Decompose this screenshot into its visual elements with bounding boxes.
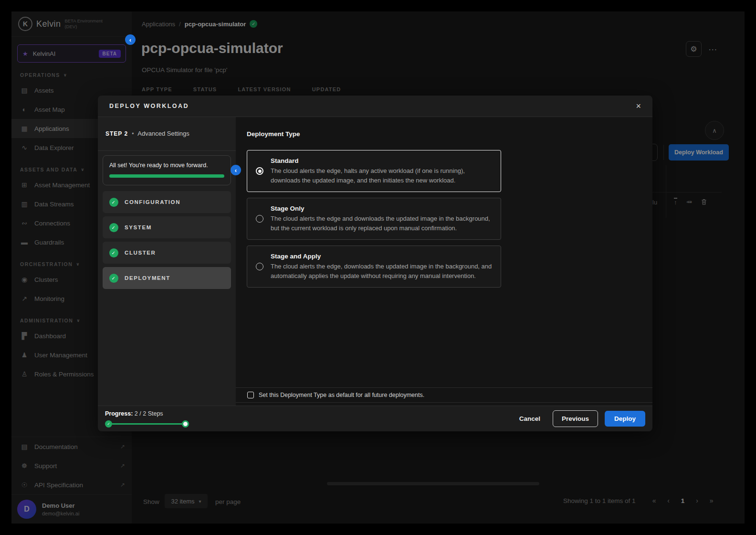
wizard-step-deployment[interactable]: ✓ DEPLOYMENT (103, 267, 231, 289)
option-standard[interactable]: Standard The cloud alerts the edge, halt… (247, 150, 501, 192)
option-stage-and-apply[interactable]: Stage and Apply The cloud alerts the edg… (247, 246, 501, 288)
deployment-type-title: Deployment Type (247, 130, 652, 138)
progress-block: Progress: 2 / 2 Steps ✓ (105, 410, 189, 428)
option-description: The cloud alerts the edge, downloads the… (271, 262, 492, 280)
previous-button[interactable]: Previous (553, 410, 598, 427)
chevron-left-icon: ‹ (129, 36, 131, 43)
progress-value: 2 / 2 Steps (135, 410, 163, 417)
close-icon[interactable]: × (636, 102, 641, 110)
progress-label: Progress: (105, 410, 133, 417)
radio-icon[interactable] (256, 215, 263, 223)
option-title: Stage and Apply (271, 253, 492, 260)
progress-end-dot (182, 420, 189, 428)
wizard-steps-list: ✓ CONFIGURATION ✓ SYSTEM ✓ CLUSTER ✓ DEP… (103, 191, 231, 289)
check-glyph: ✓ (112, 200, 116, 205)
check-glyph: ✓ (112, 276, 116, 281)
wizard-step-system[interactable]: ✓ SYSTEM (103, 216, 231, 238)
check-glyph: ✓ (112, 250, 116, 256)
status-card: All set! You're ready to move forward. (103, 155, 231, 185)
check-glyph: ✓ (112, 225, 116, 230)
check-circle-icon: ✓ (109, 274, 118, 283)
option-description: The cloud alerts the edge, halts any act… (271, 166, 492, 185)
radio-selected-icon[interactable] (256, 167, 263, 175)
modal-right-pane: Deployment Type Standard The cloud alert… (236, 117, 652, 406)
modal-actions: Cancel Previous Deploy (514, 410, 645, 427)
wizard-step-label: CLUSTER (125, 250, 156, 256)
checkbox-label: Set this Deployment Type as default for … (259, 392, 424, 398)
check-glyph: ✓ (107, 422, 110, 426)
check-circle-icon: ✓ (109, 248, 118, 257)
deploy-button[interactable]: Deploy (605, 411, 645, 427)
option-description: The cloud alerts the edge and downloads … (271, 214, 492, 233)
default-deployment-checkbox-row[interactable]: Set this Deployment Type as default for … (236, 387, 652, 403)
modal-left-pane: STEP 2 • Advanced Settings All set! You'… (98, 117, 236, 406)
app-root: K Kelvin BETA Environment (DEV) ★ Kelvin… (0, 0, 756, 535)
progress-track: ✓ (105, 420, 189, 428)
status-progress-bar (109, 174, 224, 178)
cancel-button[interactable]: Cancel (514, 411, 546, 427)
wizard-step-label: DEPLOYMENT (125, 275, 170, 281)
pane-collapse-button[interactable]: ‹ (231, 165, 241, 175)
modal-footer: Progress: 2 / 2 Steps ✓ Cancel Previous … (98, 406, 652, 431)
deployment-type-options: Standard The cloud alerts the edge, halt… (247, 150, 652, 288)
checkbox-icon[interactable] (247, 392, 254, 398)
modal-title: DEPLOY WORKLOAD (109, 103, 189, 109)
progress-text: Progress: 2 / 2 Steps (105, 410, 189, 417)
bullet-icon: • (132, 130, 134, 137)
wizard-step-configuration[interactable]: ✓ CONFIGURATION (103, 191, 231, 213)
step-name: Advanced Settings (137, 130, 189, 137)
step-number-label: STEP 2 (105, 130, 128, 137)
option-title: Stage Only (271, 205, 492, 212)
sidebar-collapse-button[interactable]: ‹ (125, 34, 136, 45)
option-stage-only[interactable]: Stage Only The cloud alerts the edge and… (247, 198, 501, 240)
wizard-step-label: CONFIGURATION (125, 199, 180, 205)
modal-body: STEP 2 • Advanced Settings All set! You'… (98, 117, 652, 406)
modal-header: DEPLOY WORKLOAD × (98, 96, 652, 117)
wizard-step-cluster[interactable]: ✓ CLUSTER (103, 242, 231, 264)
option-title: Standard (271, 157, 492, 164)
chevron-left-icon: ‹ (235, 167, 237, 174)
progress-start-check-icon: ✓ (105, 420, 112, 428)
check-circle-icon: ✓ (109, 198, 118, 207)
status-message: All set! You're ready to move forward. (109, 162, 224, 169)
wizard-step-label: SYSTEM (125, 225, 152, 230)
radio-icon[interactable] (256, 263, 263, 270)
progress-line (112, 423, 182, 425)
check-circle-icon: ✓ (109, 223, 118, 232)
deploy-workload-modal: DEPLOY WORKLOAD × STEP 2 • Advanced Sett… (98, 96, 652, 431)
step-header: STEP 2 • Advanced Settings (98, 117, 236, 151)
